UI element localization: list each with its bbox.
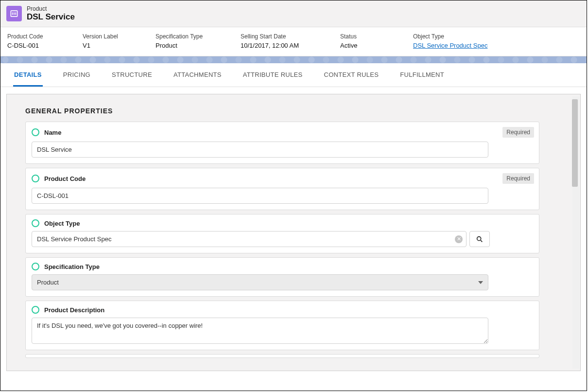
summary-value: C-DSL-001	[7, 42, 83, 49]
description-textarea[interactable]	[32, 318, 488, 344]
product-icon	[6, 6, 22, 21]
svg-point-4	[477, 237, 481, 241]
object-type-link[interactable]: DSL Service Product Spec	[413, 42, 520, 49]
summary-value: 10/1/2017, 12:00 AM	[241, 42, 340, 49]
field-object-type: Object Type ✕	[25, 214, 539, 253]
tab-attachments[interactable]: ATTACHMENTS	[173, 63, 223, 87]
field-label: Product Description	[44, 306, 534, 314]
scrollbar-thumb[interactable]	[572, 99, 578, 187]
spec-type-select[interactable]: Product	[32, 274, 488, 290]
status-ring-icon	[32, 306, 39, 314]
svg-line-5	[481, 240, 482, 242]
field-description: Product Description	[25, 301, 539, 350]
tab-context-rules[interactable]: CONTEXT RULES	[323, 63, 380, 87]
chevron-down-icon	[478, 281, 483, 284]
tab-structure[interactable]: STRUCTURE	[111, 63, 153, 87]
required-badge: Required	[502, 173, 534, 184]
tab-details[interactable]: DETAILS	[13, 63, 43, 87]
product-code-input[interactable]	[32, 188, 488, 204]
tab-attribute-rules[interactable]: ATTRIBUTE RULES	[242, 63, 304, 87]
status-ring-icon	[32, 219, 39, 227]
tab-pricing[interactable]: PRICING	[62, 63, 91, 87]
record-type-label: Product	[27, 5, 75, 12]
field-product-code: Product Code Required	[25, 168, 539, 210]
status-ring-icon	[32, 128, 39, 136]
summary-label: Status	[340, 33, 413, 40]
field-spec-type: Specification Type Product	[25, 257, 539, 297]
status-ring-icon	[32, 263, 39, 270]
field-label: Product Code	[44, 175, 498, 182]
summary-value: V1	[83, 42, 156, 49]
summary-value: Product	[156, 42, 241, 49]
field-next	[25, 354, 539, 358]
tabs-bar: DETAILS PRICING STRUCTURE ATTACHMENTS AT…	[0, 63, 587, 87]
page-header: Product DSL Service	[0, 0, 587, 27]
pattern-strip	[0, 56, 587, 63]
field-label: Object Type	[44, 220, 534, 227]
lookup-button[interactable]	[469, 231, 490, 247]
section-title: GENERAL PROPERTIES	[25, 107, 567, 115]
summary-label: Product Code	[7, 33, 83, 40]
name-input[interactable]	[32, 142, 488, 158]
details-panel: GENERAL PROPERTIES Name Required Product…	[6, 94, 581, 371]
select-value: Product	[37, 279, 59, 286]
summary-label: Version Label	[83, 33, 156, 40]
summary-row: Product Code C-DSL-001 Version Label V1 …	[0, 27, 587, 56]
search-icon	[476, 235, 484, 243]
scrollbar-track[interactable]	[572, 96, 579, 369]
tab-fulfillment[interactable]: FULFILLMENT	[399, 63, 445, 87]
summary-label: Specification Type	[156, 33, 241, 40]
field-label: Name	[44, 129, 498, 136]
required-badge: Required	[502, 127, 534, 138]
summary-label: Object Type	[413, 33, 520, 40]
summary-value: Active	[340, 42, 413, 49]
status-ring-icon	[32, 175, 39, 182]
field-label: Specification Type	[44, 263, 534, 270]
field-name: Name Required	[25, 122, 539, 164]
object-type-input[interactable]	[32, 231, 467, 247]
summary-label: Selling Start Date	[241, 33, 340, 40]
clear-icon[interactable]: ✕	[455, 235, 463, 243]
record-title: DSL Service	[27, 12, 75, 22]
